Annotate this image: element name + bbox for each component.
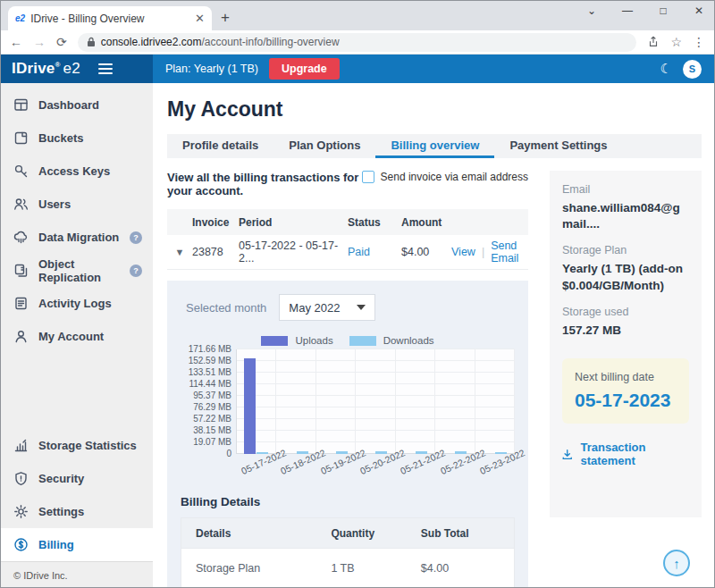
sidebar-item-label: Buckets	[38, 131, 142, 145]
replication-icon	[13, 263, 29, 278]
send-email-link[interactable]: Send Email	[491, 239, 528, 265]
window-maximize-icon[interactable]: □	[657, 4, 669, 17]
billing-row-storage-plan: Storage Plan1 TB$4.00	[181, 548, 514, 587]
billing-col-header: Quantity	[331, 527, 420, 540]
window-close-icon[interactable]: ✕	[693, 4, 705, 17]
browser-tab[interactable]: e2 IDrive - Billing Overview ✕	[8, 6, 212, 30]
sidebar-item-data-migration[interactable]: Data Migration?	[1, 221, 153, 254]
sidebar-item-label: Settings	[38, 505, 142, 518]
idrive-e2-logo: IDrive®e2	[12, 60, 80, 78]
sidebar-item-storage-statistics[interactable]: Storage Statistics	[1, 429, 153, 462]
storage-plan-value: Yearly (1 TB) (add-on $0.004/GB/Month)	[562, 261, 689, 293]
billing-intro-text: View all the billing transactions for yo…	[167, 171, 362, 197]
help-icon: ?	[130, 265, 142, 277]
gear-icon	[13, 504, 29, 519]
favicon-e2-icon: e2	[15, 13, 25, 23]
sidebar-item-billing[interactable]: Billing	[1, 528, 153, 561]
invoice-table: InvoicePeriodStatusAmount ▼ 23878 05-17-…	[167, 209, 528, 270]
sidebar-item-users[interactable]: Users	[1, 188, 153, 221]
sidebar-item-dashboard[interactable]: Dashboard	[1, 88, 153, 122]
sidebar-item-label: Users	[38, 197, 142, 211]
y-axis-tick-label: 171.66 MB	[189, 344, 231, 354]
app-header: IDrive®e2 Plan: Yearly (1 TB) Upgrade ☾ …	[1, 55, 714, 83]
tab-billing-overview[interactable]: Billing overview	[375, 134, 494, 158]
billing-cell-quantity: 1 TB	[331, 562, 420, 575]
window-profile-chevron-icon[interactable]: ⌄	[585, 4, 598, 17]
y-axis-tick-label: 133.51 MB	[189, 367, 231, 377]
y-axis-tick-label: 152.59 MB	[189, 356, 231, 365]
transaction-statement-link[interactable]: Transaction statement	[562, 441, 689, 467]
legend-label: Downloads	[383, 335, 434, 346]
bookmark-star-icon[interactable]: ☆	[670, 35, 682, 49]
invoice-col-header: Period	[239, 216, 348, 229]
back-icon[interactable]: ←	[10, 35, 22, 49]
share-icon[interactable]	[647, 36, 660, 48]
tab-payment-settings[interactable]: Payment Settings	[494, 134, 622, 158]
forward-icon[interactable]: →	[33, 35, 46, 49]
legend-label: Uploads	[295, 335, 332, 346]
billing-col-header: Sub Total	[421, 527, 514, 540]
storage-used-label: Storage used	[562, 306, 689, 318]
send-invoice-checkbox[interactable]	[362, 171, 374, 183]
cloud-migration-icon	[13, 230, 29, 245]
browser-menu-icon[interactable]: ⋮	[693, 35, 705, 49]
sidebar-item-buckets[interactable]: Buckets	[1, 122, 153, 155]
sidebar-footer-copyright: © IDrive Inc.	[1, 561, 153, 588]
send-invoice-label: Send invoice via email address	[381, 171, 528, 183]
next-billing-label: Next billing date	[575, 371, 686, 383]
scroll-to-top-button[interactable]: ↑	[663, 550, 690, 576]
sidebar-item-label: Billing	[38, 538, 142, 551]
sidebar-item-activity-logs[interactable]: Activity Logs	[1, 287, 153, 320]
sidebar-item-security[interactable]: Security	[1, 462, 153, 495]
usage-bar-chart: 019.07 MB38.15 MB57.22 MB76.29 MB95.37 M…	[181, 349, 515, 454]
activity-log-icon	[13, 296, 29, 311]
y-axis-tick-label: 114.44 MB	[189, 379, 231, 389]
url-path: /account-info/billing-overview	[201, 36, 339, 48]
bar-group	[356, 349, 395, 454]
page-title: My Account	[167, 97, 702, 122]
month-select[interactable]: May 2022	[279, 294, 375, 321]
dark-mode-moon-icon[interactable]: ☾	[660, 61, 672, 77]
upgrade-button[interactable]: Upgrade	[269, 58, 340, 80]
sidebar-item-access-keys[interactable]: Access Keys	[1, 155, 153, 188]
invoice-col-header: Amount	[401, 216, 451, 229]
sidebar-item-settings[interactable]: Settings	[1, 495, 153, 528]
bar-group	[435, 349, 475, 454]
window-minimize-icon[interactable]: —	[621, 4, 634, 17]
browser-window: e2 IDrive - Billing Overview ✕ + ⌄ — □ ✕…	[0, 0, 715, 588]
sidebar-item-label: Dashboard	[38, 98, 142, 112]
next-billing-date: 05-17-2023	[575, 390, 686, 411]
billing-cell-subtotal: $4.00	[421, 562, 514, 575]
avatar[interactable]: S	[683, 60, 702, 79]
view-invoice-link[interactable]: View	[451, 246, 475, 258]
hamburger-menu-icon[interactable]	[98, 63, 113, 74]
invoice-status: Paid	[348, 246, 401, 258]
sidebar-item-label: Storage Statistics	[38, 439, 142, 452]
reload-icon[interactable]: ⟳	[56, 35, 67, 49]
logo-area: IDrive®e2	[1, 55, 153, 83]
bar-group	[396, 349, 435, 454]
y-axis-tick-label: 95.37 MB	[193, 391, 231, 400]
expand-chevron-icon[interactable]: ▼	[167, 247, 192, 257]
sidebar-item-my-account[interactable]: My Account	[1, 320, 153, 353]
bar-group	[276, 349, 315, 454]
help-icon: ?	[130, 231, 142, 244]
email-value: shane.william084@gmail....	[562, 200, 689, 232]
tab-close-icon[interactable]: ✕	[195, 12, 205, 25]
address-bar[interactable]: console.idrivee2.com/account-info/billin…	[78, 33, 637, 52]
tab-profile-details[interactable]: Profile details	[167, 134, 273, 158]
tab-title: IDrive - Billing Overview	[30, 13, 189, 25]
tab-plan-options[interactable]: Plan Options	[273, 134, 375, 158]
sidebar-item-object-replication[interactable]: Object Replication?	[1, 254, 153, 287]
dollar-circle-icon	[13, 537, 29, 552]
legend-swatch	[349, 336, 376, 346]
account-summary-panel: Email shane.william084@gmail.... Storage…	[550, 171, 702, 517]
invoice-detail-panel: Selected month May 2022 UploadsDownloads…	[167, 281, 528, 588]
y-axis-tick-label: 38.15 MB	[193, 425, 231, 435]
legend-item-uploads: Uploads	[261, 335, 332, 346]
invoice-row[interactable]: ▼ 23878 05-17-2022 - 05-17-2... Paid $4.…	[167, 235, 528, 270]
key-icon	[13, 164, 29, 179]
billing-col-header: Details	[181, 527, 331, 540]
new-tab-button[interactable]: +	[221, 9, 230, 27]
bar-group	[475, 349, 515, 454]
